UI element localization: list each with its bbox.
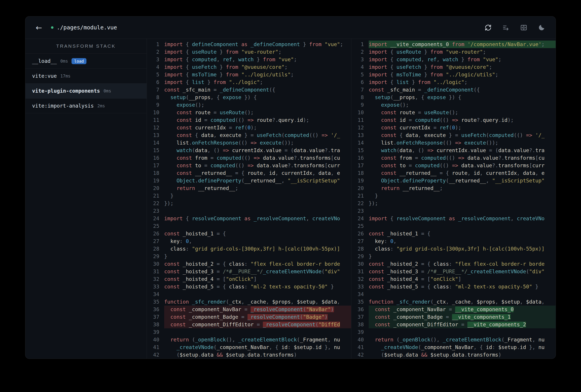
line-number: 32 — [147, 275, 164, 283]
stack-item-label: vite:vue — [32, 73, 57, 79]
code-line-before-21: 21 } — [147, 192, 351, 200]
line-number: 29 — [351, 252, 369, 260]
stack-item-vite-plugin-components[interactable]: vite-plugin-components0ms — [26, 84, 146, 98]
line-number: 28 — [351, 245, 369, 252]
stack-item-vite-import-analysis[interactable]: vite:import-analysis2ms — [26, 98, 146, 113]
line-code: expose(); — [369, 101, 556, 109]
line-number: 3 — [351, 56, 369, 63]
line-code: class: "grid grid-cols-[300px,3fr] h-[ca… — [164, 245, 351, 252]
theme-toggle-moon-icon[interactable] — [538, 24, 545, 32]
code-line-before-24: 24import { resolveComponent as _resolveC… — [147, 215, 351, 222]
line-number: 12 — [351, 124, 369, 132]
code-line-before-29: 29} — [147, 252, 351, 260]
line-code: const currentIdx = ref(0); — [164, 124, 351, 132]
line-number: 7 — [147, 86, 164, 94]
line-number: 39 — [147, 328, 164, 336]
line-number: 29 — [147, 252, 164, 260]
line-number: 34 — [351, 290, 369, 298]
code-line-after-22: 22}); — [351, 200, 556, 207]
line-number: 13 — [147, 132, 164, 139]
code-line-before-26: 26const _hoisted_1 = { — [147, 230, 351, 238]
line-code: const currentIdx = ref(0); — [369, 124, 556, 132]
line-number: 10 — [147, 109, 164, 116]
line-code: const { data, execute } = useFetch(compu… — [369, 132, 556, 139]
line-number: 1 — [351, 40, 369, 48]
line-code: _createVNode(_component_NavBar, { id: $s… — [164, 344, 351, 351]
line-number: 12 — [147, 124, 164, 132]
line-code: const _component_Badge = _resolveCompone… — [164, 313, 351, 321]
code-line-after-12: 12 const currentIdx = ref(0); — [351, 124, 556, 132]
code-line-after-6: 6import { list } from "../logic"; — [351, 78, 556, 86]
code-line-before-35: 35function _sfc_render(_ctx, _cache, $pr… — [147, 298, 351, 306]
code-line-after-35: 35function _sfc_render(_ctx, _cache, $pr… — [351, 298, 556, 306]
code-line-before-27: 27 key: 0, — [147, 238, 351, 245]
code-panel-after[interactable]: 1import __vite_components_0 from '/compo… — [351, 39, 556, 358]
stack-item-time: 0ms — [104, 88, 111, 93]
code-line-before-42: 42 ($setup.data && $setup.data.transform… — [147, 351, 351, 358]
stack-item-label: __load__ — [32, 58, 57, 64]
code-line-before-13: 13 const { data, execute } = useFetch(co… — [147, 132, 351, 139]
line-number: 18 — [351, 169, 369, 177]
code-line-after-8: 8 setup(__props, { expose }) { — [351, 94, 556, 101]
line-code: ($setup.data && $setup.data.transforms) — [369, 351, 556, 358]
code-line-before-9: 9 expose(); — [147, 101, 351, 109]
line-code: const { data, execute } = useFetch(compu… — [164, 132, 351, 139]
line-code: key: 0, — [369, 238, 556, 245]
line-code: const _sfc_main = _defineComponent({ — [164, 86, 351, 94]
line-code: const __returned__ = { route, id, curren… — [164, 169, 351, 177]
code-line-after-19: 19 Object.defineProperty(__returned__, "… — [351, 177, 556, 184]
line-number: 10 — [351, 109, 369, 116]
line-number: 33 — [351, 283, 369, 290]
line-code: const _component_DiffEditor = _resolveCo… — [164, 321, 351, 328]
code-line-before-41: 41 _createVNode(_component_NavBar, { id:… — [147, 344, 351, 351]
line-code: setup(__props, { expose }) { — [164, 94, 351, 101]
line-code: Object.defineProperty(__returned__, "__i… — [164, 177, 351, 184]
line-number: 24 — [351, 215, 369, 222]
code-line-before-36: 36 const _component_NavBar = _resolveCom… — [147, 306, 351, 313]
code-line-after-32: 32const _hoisted_4 = ["onClick"] — [351, 275, 556, 283]
line-code: watch(data, () => currentIdx.value = (da… — [164, 146, 351, 154]
line-number: 26 — [351, 230, 369, 238]
code-line-before-34: 34 — [147, 290, 351, 298]
line-code: expose(); — [164, 101, 351, 109]
code-line-before-6: 6import { list } from "../logic"; — [147, 78, 351, 86]
line-code: const _hoisted_3 = /*#__PURE__*/_createE… — [369, 268, 556, 275]
line-code: const _hoisted_4 = ["onClick"] — [164, 275, 351, 283]
code-line-after-42: 42 ($setup.data && $setup.data.transform… — [351, 351, 556, 358]
line-number: 2 — [351, 48, 369, 56]
stack-item-time: 17ms — [60, 74, 70, 78]
stack-item-load[interactable]: __load__0msload — [26, 54, 146, 68]
line-code: const _hoisted_3 = /*#__PURE__*/_createE… — [164, 268, 351, 275]
line-number: 36 — [147, 306, 164, 313]
line-number: 3 — [147, 56, 164, 63]
line-code: return __returned__; — [164, 184, 351, 192]
line-number: 8 — [147, 94, 164, 101]
code-panel-before[interactable]: 1import { defineComponent as _defineComp… — [147, 39, 351, 358]
refresh-icon[interactable] — [484, 24, 492, 32]
line-code: import { useRoute } from "vue-router"; — [164, 48, 351, 56]
code-line-before-28: 28 class: "grid grid-cols-[300px,3fr] h-… — [147, 245, 351, 252]
code-line-after-17: 17 const to = computed(() => data.value?… — [351, 162, 556, 169]
code-line-before-18: 18 const __returned__ = { route, id, cur… — [147, 169, 351, 177]
split-view-icon[interactable] — [520, 24, 528, 32]
compare-icon[interactable] — [502, 24, 510, 32]
stack-item-vite-vue[interactable]: vite:vue17ms — [26, 68, 146, 84]
topbar: ← ./pages/module.vue — [26, 16, 556, 39]
code-line-after-30: 30const _hoisted_2 = { class: "flex flex… — [351, 260, 556, 268]
line-number: 16 — [147, 154, 164, 162]
line-code — [164, 328, 351, 336]
code-line-before-32: 32const _hoisted_4 = ["onClick"] — [147, 275, 351, 283]
code-line-after-39: 39 — [351, 328, 556, 336]
code-line-after-25: 25 — [351, 222, 556, 230]
line-number: 5 — [351, 71, 369, 78]
line-number: 34 — [147, 290, 164, 298]
line-number: 23 — [351, 207, 369, 215]
back-button[interactable]: ← — [36, 24, 42, 32]
line-number: 21 — [351, 192, 369, 200]
line-code: Object.defineProperty(__returned__, "__i… — [369, 177, 556, 184]
line-number: 16 — [351, 154, 369, 162]
line-number: 41 — [147, 344, 164, 351]
code-line-after-11: 11 const id = computed(() => route?.quer… — [351, 116, 556, 124]
code-line-before-2: 2import { useRoute } from "vue-router"; — [147, 48, 351, 56]
code-line-before-38: 38 const _component_DiffEditor = _resolv… — [147, 321, 351, 328]
